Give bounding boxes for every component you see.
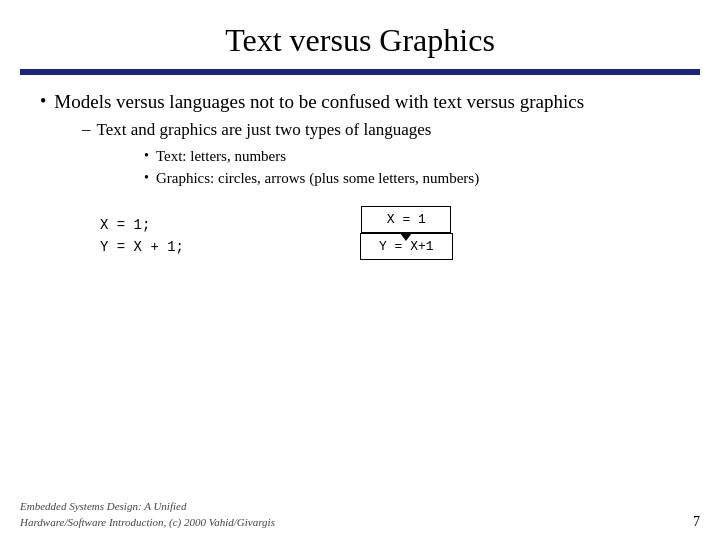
- small-dot-1: •: [144, 148, 149, 164]
- footer-line-2: Hardware/Software Introduction, (c) 2000…: [20, 515, 275, 530]
- sub-bullet-area: – Text and graphics are just two types o…: [82, 119, 680, 188]
- bullet-dot-1: •: [40, 91, 46, 112]
- small-dot-2: •: [144, 170, 149, 186]
- sub-sub-bullets: • Text: letters, numbers • Graphics: cir…: [144, 146, 680, 189]
- footer: Embedded Systems Design: A Unified Hardw…: [20, 499, 700, 530]
- dash-1: –: [82, 119, 91, 139]
- main-bullet-1-text: Models versus languages not to be confus…: [54, 89, 584, 115]
- code-line-1: X = 1;: [100, 214, 240, 236]
- diagram-area: X = 1; Y = X + 1; X = 1 Y = X+1: [80, 206, 680, 260]
- main-bullet-1: • Models versus languages not to be conf…: [40, 89, 680, 115]
- slide-title: Text versus Graphics: [40, 22, 680, 59]
- title-area: Text versus Graphics: [0, 0, 720, 69]
- code-line-2: Y = X + 1;: [100, 236, 240, 258]
- footer-citation: Embedded Systems Design: A Unified Hardw…: [20, 499, 275, 530]
- sub-bullet-1: – Text and graphics are just two types o…: [82, 119, 680, 142]
- content-area: • Models versus languages not to be conf…: [0, 75, 720, 540]
- sub-sub-1: • Text: letters, numbers: [144, 146, 680, 166]
- flow-box-1: X = 1: [361, 206, 451, 233]
- flowchart: X = 1 Y = X+1: [360, 206, 453, 260]
- slide: Text versus Graphics • Models versus lan…: [0, 0, 720, 540]
- code-block: X = 1; Y = X + 1;: [100, 214, 240, 259]
- sub-sub-1-text: Text: letters, numbers: [156, 146, 286, 166]
- sub-sub-2-text: Graphics: circles, arrows (plus some let…: [156, 168, 479, 188]
- arrow-head-1: [400, 233, 412, 241]
- page-number: 7: [693, 514, 700, 530]
- sub-bullet-1-text: Text and graphics are just two types of …: [97, 119, 432, 142]
- footer-line-1: Embedded Systems Design: A Unified: [20, 499, 275, 514]
- sub-sub-2: • Graphics: circles, arrows (plus some l…: [144, 168, 680, 188]
